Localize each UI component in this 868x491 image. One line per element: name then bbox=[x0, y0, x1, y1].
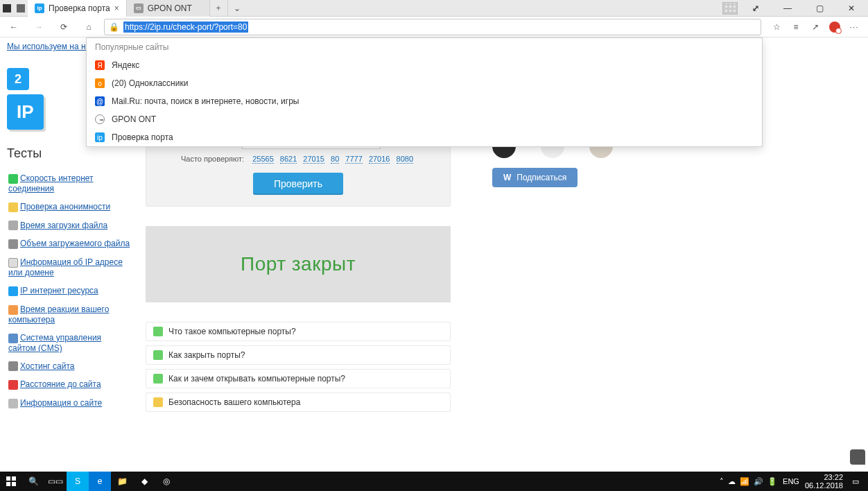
svg-rect-0 bbox=[6, 476, 10, 481]
action-center-button[interactable]: ▭ bbox=[849, 477, 862, 486]
lock-icon bbox=[153, 397, 163, 407]
freq-port-link[interactable]: 8080 bbox=[397, 155, 413, 164]
freq-port-link[interactable]: 27016 bbox=[369, 155, 390, 164]
favorites-icon[interactable]: ☆ bbox=[771, 21, 782, 33]
extension-icon[interactable] bbox=[829, 21, 840, 33]
tab-check-port[interactable]: ip Проверка порта × bbox=[28, 0, 127, 17]
task-view-button[interactable]: ▭▭ bbox=[44, 472, 67, 491]
suggestion-item-checkport[interactable]: ip Проверка порта bbox=[87, 128, 762, 146]
forward-button[interactable]: → bbox=[29, 17, 49, 37]
tray-volume-icon[interactable]: 🔊 bbox=[754, 477, 763, 486]
sidebar-item-download-time[interactable]: Время загрузки файла bbox=[7, 216, 132, 235]
faq-item[interactable]: Безопасность вашего компьютера bbox=[146, 393, 451, 412]
sidebar-item-site-info[interactable]: Информация о сайте bbox=[7, 394, 132, 413]
freq-port-link[interactable]: 25565 bbox=[252, 155, 274, 164]
start-button[interactable] bbox=[0, 472, 22, 491]
url-text: https://2ip.ru/check-port/?port=80 bbox=[123, 21, 248, 33]
check-button[interactable]: Проверить bbox=[253, 173, 343, 195]
browser-tabs: ip Проверка порта × ▭ GPON ONT ＋ ⌄ bbox=[28, 0, 246, 17]
sidebar-item-ip-info[interactable]: Информация об IP адресе или домене bbox=[7, 253, 132, 282]
search-button[interactable]: 🔍 bbox=[22, 472, 44, 491]
suggestion-item-ok[interactable]: o (20) Одноклассники bbox=[87, 74, 762, 92]
back-button[interactable]: ← bbox=[4, 17, 24, 37]
suggestion-label: (20) Одноклассники bbox=[112, 78, 188, 88]
suggestions-header: Популярные сайты bbox=[87, 38, 762, 56]
url-bar[interactable]: 🔒 https://2ip.ru/check-port/?port=80 bbox=[104, 19, 761, 35]
sidebar-item-reaction-time[interactable]: Время реакции вашего компьютера bbox=[7, 300, 132, 329]
url-suggestions-dropdown: Популярные сайты Я Яндекс o (20) Однокла… bbox=[86, 37, 763, 147]
tray-battery-icon[interactable]: 🔋 bbox=[767, 477, 777, 486]
grid-icon[interactable] bbox=[722, 2, 738, 15]
reading-list-icon[interactable]: ≡ bbox=[790, 21, 801, 33]
suggestion-label: Mail.Ru: почта, поиск в интернете, новос… bbox=[112, 96, 299, 106]
close-window-button[interactable]: ✕ bbox=[837, 0, 865, 17]
suggestion-item-gpon[interactable]: GPON ONT bbox=[87, 110, 762, 128]
suggestion-item-mailru[interactable]: @ Mail.Ru: почта, поиск в интернете, нов… bbox=[87, 92, 762, 110]
share-icon[interactable]: ↗ bbox=[810, 21, 821, 33]
sidebar-item-distance[interactable]: Расстояние до сайта bbox=[7, 375, 132, 394]
yandex-icon: Я bbox=[95, 60, 105, 70]
suggestion-label: Яндекс bbox=[112, 60, 139, 70]
tab-close-icon[interactable]: × bbox=[114, 3, 119, 13]
sidebar-item-speed[interactable]: Скорость интернет соединения bbox=[7, 169, 132, 198]
home-button[interactable]: ⌂ bbox=[79, 17, 98, 37]
svg-rect-3 bbox=[12, 482, 16, 486]
2ip-icon: ip bbox=[95, 132, 105, 142]
minimize-button[interactable]: — bbox=[774, 0, 801, 17]
tray-icons[interactable]: ˄ ☁ 📶 🔊 🔋 bbox=[720, 477, 777, 486]
freq-port-link[interactable]: 80 bbox=[331, 155, 339, 164]
menu-button[interactable]: ··· bbox=[849, 21, 860, 33]
ok-icon: o bbox=[95, 78, 105, 88]
faq-list: Что такое компьютерные порты? Как закрыт… bbox=[146, 322, 451, 412]
subscribe-button[interactable]: W Подписаться bbox=[492, 168, 578, 187]
maximize-button[interactable]: ▢ bbox=[806, 0, 833, 17]
freq-port-link[interactable]: 7777 bbox=[345, 155, 362, 164]
tab-menu-button[interactable]: ⌄ bbox=[228, 0, 246, 17]
favicon-2ip-icon: ip bbox=[35, 3, 44, 13]
chat-widget-icon[interactable] bbox=[850, 449, 865, 465]
freq-port-link[interactable]: 27015 bbox=[303, 155, 324, 164]
faq-item[interactable]: Как закрыть порты? bbox=[146, 345, 451, 365]
doc-icon bbox=[153, 374, 163, 384]
test-list: Скорость интернет соединения Проверка ан… bbox=[7, 169, 132, 413]
freq-port-link[interactable]: 8621 bbox=[280, 155, 297, 164]
result-box: Порт закрыт bbox=[146, 226, 451, 302]
tray-language[interactable]: ENG bbox=[783, 477, 799, 485]
fullscreen-button[interactable]: ⤢ bbox=[742, 0, 770, 17]
refresh-button[interactable]: ⟳ bbox=[54, 17, 73, 37]
tab-label: GPON ONT bbox=[148, 3, 192, 13]
sidebar-heading: Тесты bbox=[7, 146, 132, 161]
tab-gpon[interactable]: ▭ GPON ONT bbox=[127, 0, 210, 17]
tray-network-icon[interactable]: 📶 bbox=[740, 477, 749, 486]
sidebar-item-file-size[interactable]: Объем загружаемого файла bbox=[7, 234, 132, 253]
sidebar-item-resource-ip[interactable]: IP интернет ресурса bbox=[7, 282, 132, 300]
doc-icon bbox=[153, 350, 163, 360]
tray-chevron-icon[interactable]: ˄ bbox=[720, 477, 724, 486]
tray-clock[interactable]: 23:22 06.12.2018 bbox=[805, 473, 843, 490]
taskbar-app-explorer[interactable]: 📁 bbox=[111, 472, 133, 491]
suggestion-item-yandex[interactable]: Я Яндекс bbox=[87, 56, 762, 74]
sidebar-item-cms[interactable]: Система управления сайтом (CMS) bbox=[7, 329, 132, 357]
new-tab-button[interactable]: ＋ bbox=[210, 0, 228, 17]
faq-item[interactable]: Что такое компьютерные порты? bbox=[146, 322, 451, 341]
taskbar-app-edge[interactable]: e bbox=[89, 472, 111, 491]
taskbar-app-skype[interactable]: S bbox=[67, 472, 89, 491]
cookie-notice-link[interactable]: Мы используем на на bbox=[7, 42, 90, 51]
taskbar-app-generic[interactable]: ◆ bbox=[133, 472, 155, 491]
history-icon bbox=[95, 114, 105, 124]
taskbar: 🔍 ▭▭ S e 📁 ◆ ◎ ˄ ☁ 📶 🔊 🔋 ENG 23:22 06.12… bbox=[0, 472, 868, 491]
result-text: Порт закрыт bbox=[241, 253, 356, 275]
taskbar-app-teamviewer[interactable]: ◎ bbox=[155, 472, 177, 491]
suggestion-label: Проверка порта bbox=[112, 132, 173, 142]
tray-onedrive-icon[interactable]: ☁ bbox=[728, 477, 736, 486]
favicon-generic-icon: ▭ bbox=[134, 3, 144, 13]
tab-label: Проверка порта bbox=[49, 3, 110, 13]
lock-icon: 🔒 bbox=[109, 22, 119, 32]
window-system-icon bbox=[3, 4, 11, 12]
sidebar-item-anonymity[interactable]: Проверка анонимности bbox=[7, 198, 132, 216]
window-system-icon bbox=[17, 4, 25, 12]
svg-rect-1 bbox=[12, 476, 16, 481]
sidebar-item-hosting[interactable]: Хостинг сайта bbox=[7, 357, 132, 376]
faq-item[interactable]: Как и зачем открывать компьютерные порты… bbox=[146, 369, 451, 388]
doc-icon bbox=[153, 327, 163, 336]
